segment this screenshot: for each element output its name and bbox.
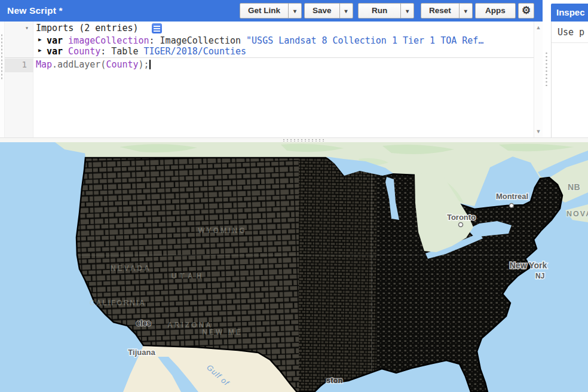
code-text: Map.addLayer(County); xyxy=(36,59,151,70)
variable-token: County xyxy=(68,46,100,57)
state-label-nevada: NEVADA xyxy=(111,264,151,272)
method-token: .addLayer( xyxy=(52,59,106,70)
line-number: 1 xyxy=(5,59,33,72)
expand-arrow-icon[interactable]: ▶ xyxy=(38,36,41,42)
get-link-button[interactable]: Get Link xyxy=(240,3,289,19)
chevron-down-icon: ▾ xyxy=(293,8,296,14)
save-button-group: Save▾ xyxy=(304,3,353,19)
get-link-button-group: Get Link▾ xyxy=(240,3,302,19)
city-label-toronto: Toronto xyxy=(447,213,476,222)
state-label-wyoming: WYOMING xyxy=(198,226,247,235)
scroll-down-icon[interactable]: ▼ xyxy=(534,128,543,134)
import-entry-county[interactable]: ▶ varCounty:TableTIGER/2018/Counties xyxy=(5,46,534,57)
tab-inspector[interactable]: Inspec xyxy=(551,4,588,22)
import-entry-imagecollection[interactable]: ▶ varimageCollection:ImageCollection"USG… xyxy=(5,35,534,46)
expand-arrow-icon[interactable]: ▶ xyxy=(38,47,41,53)
run-button[interactable]: Run xyxy=(358,3,401,19)
chevron-down-icon: ▾ xyxy=(345,8,348,14)
reset-button-group: Reset▾ xyxy=(421,3,473,19)
apps-button[interactable]: Apps xyxy=(475,3,516,19)
save-dropdown-button[interactable]: ▾ xyxy=(339,3,353,19)
console-hint-text: Use p xyxy=(552,22,588,43)
map-token: Map xyxy=(36,59,52,70)
toronto-marker[interactable] xyxy=(459,223,463,227)
punct-token: ); xyxy=(139,59,149,70)
city-label-tijuana: Tijuana xyxy=(128,348,155,357)
separator-token: : xyxy=(100,46,106,57)
variable-token: imageCollection xyxy=(68,35,149,46)
separator-token: : xyxy=(149,35,155,46)
imports-divider xyxy=(5,57,534,58)
city-label-nj: NJ xyxy=(535,272,544,280)
chevron-down-icon: ▾ xyxy=(406,8,409,14)
save-button[interactable]: Save xyxy=(304,3,340,19)
editor-scrollbar[interactable]: ▲ ▼ xyxy=(534,22,543,137)
gear-icon[interactable]: ⚙ xyxy=(518,3,534,19)
code-editor[interactable]: ▾ Imports (2 entries) ▶ varimageCollecti… xyxy=(5,22,534,137)
asset-token: TIGER/2018/Counties xyxy=(143,46,246,57)
type-token: Table xyxy=(111,46,138,57)
splitter-grip-icon xyxy=(282,139,325,142)
asset-token: "USGS Landsat 8 Collection 1 Tier 1 TOA … xyxy=(246,35,483,46)
splitter-grip-icon xyxy=(545,51,549,86)
city-label-los-angeles-fragment: eles xyxy=(136,319,151,327)
collapse-arrow-icon[interactable]: ▾ xyxy=(25,24,29,31)
state-label-new-mexico: NEW ME xyxy=(202,328,242,336)
copy-imports-icon[interactable] xyxy=(152,23,162,33)
map-canvas[interactable]: WYOMING NEVADA UTAH CALIFORNIA ARIZONA N… xyxy=(0,142,588,392)
code-line-1[interactable]: 1 Map.addLayer(County); xyxy=(5,59,534,72)
reset-button[interactable]: Reset xyxy=(421,3,460,19)
imports-title: Imports (2 entries) xyxy=(36,23,139,33)
scroll-up-icon[interactable]: ▲ xyxy=(534,24,543,30)
city-label-new-york: New York xyxy=(510,261,547,270)
type-token: ImageCollection xyxy=(160,35,241,46)
state-label-california: CALIFORNIA xyxy=(90,299,146,307)
splitter-grip-icon xyxy=(1,33,4,80)
region-label-nb: NB xyxy=(568,182,580,192)
run-dropdown-button[interactable]: ▾ xyxy=(400,3,414,19)
state-label-utah: UTAH xyxy=(172,272,205,280)
earth-engine-code-editor: New Script * Get Link▾ Save▾ Run▾ Reset▾… xyxy=(0,0,588,392)
vertical-splitter[interactable] xyxy=(543,0,551,137)
get-link-dropdown-button[interactable]: ▾ xyxy=(288,3,302,19)
montreal-marker[interactable] xyxy=(510,204,514,208)
city-label-houston-fragment: ston xyxy=(326,376,343,385)
inspector-panel-body: Use p xyxy=(551,22,588,137)
map-svg: WYOMING NEVADA UTAH CALIFORNIA ARIZONA N… xyxy=(0,142,588,392)
region-label-nova-scotia: NOVA S xyxy=(566,210,588,218)
top-toolbar: New Script * Get Link▾ Save▾ Run▾ Reset▾… xyxy=(0,0,543,22)
settings-button-group: ⚙ xyxy=(518,3,534,19)
imports-header: ▾ Imports (2 entries) xyxy=(5,23,534,35)
keyword-token: var xyxy=(47,35,63,46)
run-button-group: Run▾ xyxy=(358,3,414,19)
text-cursor xyxy=(149,60,151,69)
county-token: County xyxy=(106,59,138,70)
apps-button-group: Apps xyxy=(475,3,516,19)
left-splitter[interactable] xyxy=(0,22,5,137)
reset-dropdown-button[interactable]: ▾ xyxy=(459,3,473,19)
script-title: New Script * xyxy=(7,0,63,22)
import-entry-text: varimageCollection:ImageCollection"USGS … xyxy=(47,35,483,46)
city-label-montreal: Montreal xyxy=(496,192,528,201)
chevron-down-icon: ▾ xyxy=(464,8,467,14)
horizontal-splitter[interactable] xyxy=(0,137,588,142)
keyword-token: var xyxy=(47,46,63,57)
import-entry-text: varCounty:TableTIGER/2018/Counties xyxy=(47,46,246,57)
